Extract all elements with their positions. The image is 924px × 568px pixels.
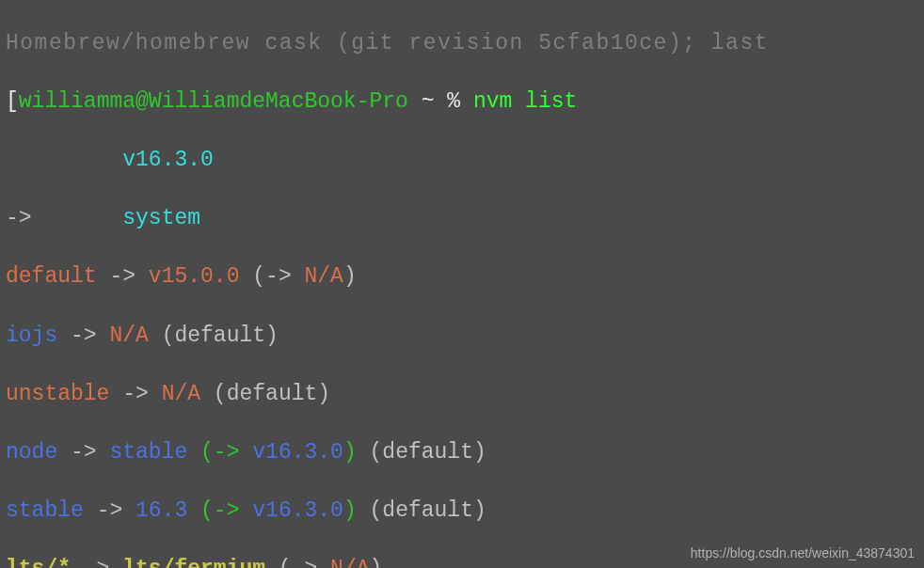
alias-default-line: default -> v15.0.0 (-> N/A) xyxy=(6,262,918,292)
arrow: -> xyxy=(84,498,135,523)
current-label: system xyxy=(122,206,200,230)
suffix: (default) xyxy=(149,323,279,348)
lts-target: lts/fermium xyxy=(122,557,265,568)
paren-open: (-> xyxy=(187,440,252,465)
paren-open: (-> xyxy=(265,557,330,568)
paren-open: (-> xyxy=(187,498,252,523)
alias-iojs-line: iojs -> N/A (default) xyxy=(6,322,918,351)
current-arrow: -> xyxy=(6,206,122,230)
command-text: nvm list xyxy=(473,89,577,114)
paren-close: ) xyxy=(343,264,357,289)
bracket: [ xyxy=(6,89,19,114)
installed-version-line: v16.3.0 xyxy=(6,146,918,175)
alias-name: stable xyxy=(6,498,84,523)
paren-val: v16.3.0 xyxy=(252,498,343,523)
suffix: (default) xyxy=(357,498,486,523)
paren-val: N/A xyxy=(330,557,369,568)
arrow: -> xyxy=(57,323,109,348)
suffix: (default) xyxy=(200,382,330,406)
watermark-text: https://blog.csdn.net/weixin_43874301 xyxy=(691,544,915,562)
prompt-path: ~ % xyxy=(408,89,473,114)
truncated-previous-line: Homebrew/homebrew cask (git revision 5cf… xyxy=(6,29,918,58)
paren-val: v16.3.0 xyxy=(252,440,343,465)
arrow: -> xyxy=(71,557,122,568)
paren-open: (-> xyxy=(239,264,304,289)
suffix: (default) xyxy=(357,440,486,465)
alias-name: iojs xyxy=(6,323,57,348)
alias-target: N/A xyxy=(162,382,200,406)
arrow: -> xyxy=(97,264,149,289)
paren-close: ) xyxy=(343,440,357,465)
lts-name: lts/* xyxy=(6,557,71,568)
prompt-user-host: williamma@WilliamdeMacBook-Pro xyxy=(19,89,408,114)
paren-val: N/A xyxy=(304,264,343,289)
alias-name: node xyxy=(6,440,57,465)
alias-unstable-line: unstable -> N/A (default) xyxy=(6,380,918,409)
terminal-output[interactable]: Homebrew/homebrew cask (git revision 5cf… xyxy=(6,0,918,568)
current-system-line: -> system xyxy=(6,204,918,233)
alias-target: v15.0.0 xyxy=(149,264,240,289)
alias-node-line: node -> stable (-> v16.3.0) (default) xyxy=(6,438,918,467)
alias-name: unstable xyxy=(6,382,109,406)
alias-target: 16.3 xyxy=(135,498,187,523)
paren-close: ) xyxy=(343,498,357,523)
prompt-line-1: [williamma@WilliamdeMacBook-Pro ~ % nvm … xyxy=(6,87,918,117)
alias-target: stable xyxy=(109,440,187,465)
arrow: -> xyxy=(57,440,109,465)
alias-stable-line: stable -> 16.3 (-> v16.3.0) (default) xyxy=(6,497,918,526)
alias-name: default xyxy=(6,264,97,289)
arrow: -> xyxy=(109,382,161,406)
paren-close: ) xyxy=(370,557,383,568)
alias-target: N/A xyxy=(109,323,148,348)
installed-version: v16.3.0 xyxy=(6,148,214,172)
